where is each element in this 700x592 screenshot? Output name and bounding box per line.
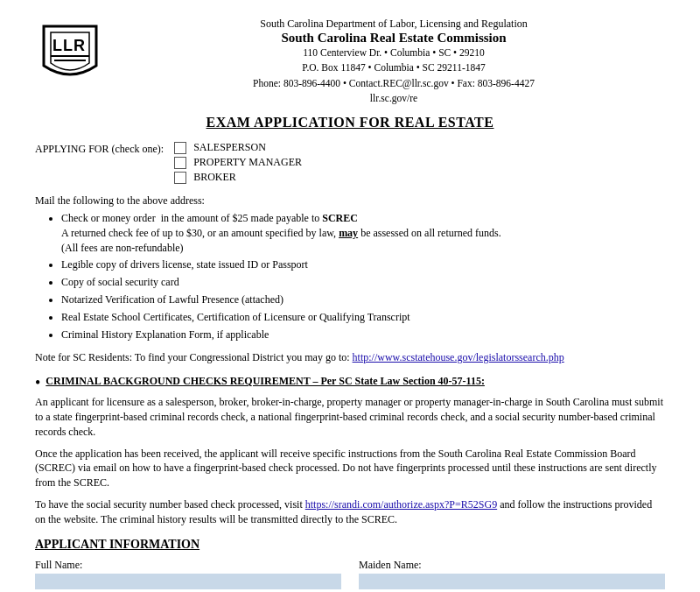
website-line: llr.sc.gov/re [122,91,665,106]
list-item-license: Legible copy of drivers license, state i… [61,257,665,272]
criminal-section: • CRIMINAL BACKGROUND CHECKS REQUIREMENT… [35,374,665,526]
page: LLR South Carolina Department of Labor, … [0,0,700,592]
logo-svg: LLR [35,18,105,88]
note-link[interactable]: http://www.scstatehouse.gov/legislatorss… [353,351,564,363]
label-salesperson: SALESPERSON [193,141,266,154]
list-item-check: Check or money order in the amount of $2… [61,211,665,255]
maiden-name-field: Maiden Name: [359,559,665,589]
checkbox-row-salesperson: SALESPERSON [174,141,302,154]
bullet-icon: • [35,375,40,391]
address-block: 110 Centerview Dr. • Columbia • SC • 292… [122,46,665,106]
mail-intro: Mail the following to the above address: [35,194,665,208]
svg-text:LLR: LLR [52,37,86,54]
mail-section: Mail the following to the above address:… [35,194,665,342]
criminal-title: CRIMINAL BACKGROUND CHECKS REQUIREMENT –… [46,374,485,389]
criminal-title-text: CRIMINAL BACKGROUND CHECKS REQUIREMENT –… [46,375,485,387]
maiden-name-input[interactable] [359,574,665,589]
list-item-certificates: Real Estate School Certificates, Certifi… [61,310,665,325]
list-item-notarized: Notarized Verification of Lawful Presenc… [61,292,665,307]
address-line2: P.O. Box 11847 • Columbia • SC 29211-184… [122,60,665,75]
note-text: Note for SC Residents: To find your Cong… [35,351,350,363]
checkbox-property-manager[interactable] [174,157,186,169]
full-name-field: Full Name: [35,559,341,589]
checkbox-row-property-manager: PROPERTY MANAGER [174,156,302,169]
list-item-ssn: Copy of social security card [61,275,665,290]
criminal-para1: An applicant for licensure as a salesper… [35,395,665,439]
note-line: Note for SC Residents: To find your Cong… [35,350,665,365]
applying-section: APPLYING FOR (check one): SALESPERSON PR… [35,141,665,184]
label-property-manager: PROPERTY MANAGER [193,156,302,169]
commission-name: South Carolina Real Estate Commission [122,31,665,46]
label-broker: BROKER [193,171,236,184]
applicant-section: APPLICANT INFORMATION Full Name: Maiden … [35,538,665,589]
mail-list: Check or money order in the amount of $2… [61,211,665,342]
address-line1: 110 Centerview Dr. • Columbia • SC • 292… [122,46,665,60]
llr-logo: LLR [35,18,105,91]
applicant-title: APPLICANT INFORMATION [35,538,665,552]
form-row-name: Full Name: Maiden Name: [35,559,665,589]
main-title: EXAM APPLICATION FOR REAL ESTATE [35,115,665,130]
checkboxes-container: SALESPERSON PROPERTY MANAGER BROKER [174,141,302,184]
checkbox-row-broker: BROKER [174,171,302,184]
checkbox-salesperson[interactable] [174,142,186,154]
srandi-link[interactable]: https://srandi.com/authorize.aspx?P=R52S… [305,498,497,511]
criminal-header: • CRIMINAL BACKGROUND CHECKS REQUIREMENT… [35,374,665,391]
header-text: South Carolina Department of Labor, Lice… [122,18,665,106]
header: LLR South Carolina Department of Labor, … [35,18,665,106]
full-name-label: Full Name: [35,559,341,572]
dept-name: South Carolina Department of Labor, Lice… [122,18,665,31]
criminal-para2: Once the application has been received, … [35,447,665,490]
checkbox-broker[interactable] [174,172,186,184]
criminal-para3: To have the social security number based… [35,497,665,527]
phone-line: Phone: 803-896-4400 • Contact.REC@llr.sc… [122,76,665,91]
maiden-name-label: Maiden Name: [359,559,665,572]
criminal-para3-prefix: To have the social security number based… [35,498,303,511]
applying-label: APPLYING FOR (check one): [35,143,164,156]
title-section: EXAM APPLICATION FOR REAL ESTATE [35,115,665,130]
list-item-criminal-history: Criminal History Explanation Form, if ap… [61,328,665,342]
full-name-input[interactable] [35,574,341,589]
